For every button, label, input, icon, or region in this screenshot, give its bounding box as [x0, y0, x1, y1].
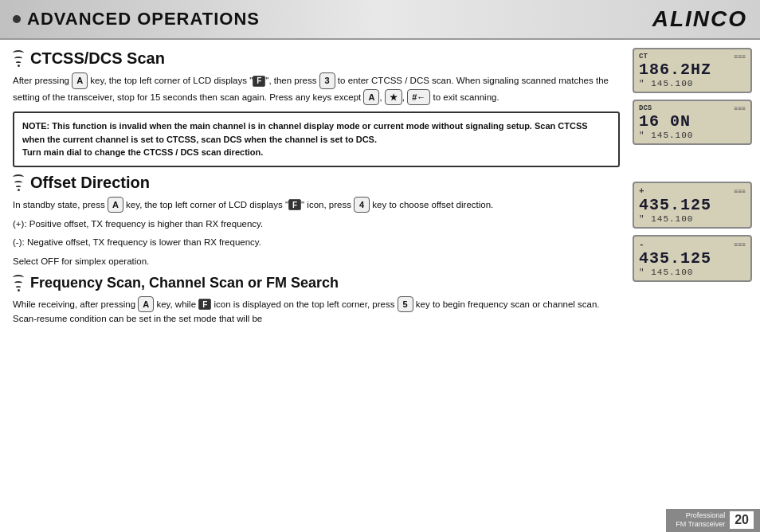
lcd-plus-main-freq: 435.125 — [639, 197, 746, 214]
key-a-btn-2: A — [363, 89, 379, 106]
main-content: CTCSS/DCS Scan After pressing A key, the… — [0, 40, 760, 338]
page-footer: ProfessionalFM Transceiver 20 — [666, 509, 760, 532]
f-icon-1: F — [253, 76, 265, 87]
signal-icon — [13, 50, 24, 67]
lcd-display-minus: - ≡≡≡ 435.125 " 145.100 — [633, 235, 752, 282]
lcd-plus-bars: ≡≡≡ — [735, 188, 746, 195]
note-box: NOTE: This function is invalid when the … — [13, 111, 620, 167]
lcd-dcs-top-row: DCS ≡≡≡ — [639, 104, 746, 112]
left-column: CTCSS/DCS Scan After pressing A key, the… — [0, 40, 633, 338]
offset-body-text: In standby state, press A key, the top l… — [13, 197, 620, 213]
lcd-plus-sub-freq: " 145.100 — [639, 214, 746, 224]
lcd-minus-top-row: - ≡≡≡ — [639, 240, 746, 249]
lcd-display-plus: + ≡≡≡ 435.125 " 145.100 — [633, 182, 752, 229]
lcd-plus-sign: + — [639, 186, 644, 196]
key-5-btn: 5 — [398, 296, 413, 313]
lcd-ct-mode: CT — [639, 53, 648, 61]
spacer-1 — [633, 151, 752, 175]
lcd-minus-sub-freq: " 145.100 — [639, 268, 746, 277]
ctcss-body-text: After pressing A key, the top left corne… — [13, 72, 620, 105]
freq-title: Frequency Scan, Channel Scan or FM Searc… — [30, 275, 339, 291]
freq-section: Frequency Scan, Channel Scan or FM Searc… — [13, 275, 620, 327]
right-column: CT ≡≡≡ 186.2HZ " 145.100 DCS ≡≡≡ 16 0N "… — [633, 40, 760, 338]
lcd-minus-main-freq: 435.125 — [639, 250, 746, 268]
offset-off-text: Select OFF for simplex operation. — [13, 255, 620, 268]
lcd-minus-sign: - — [639, 240, 644, 249]
lcd-dcs-main-freq: 16 0N — [639, 113, 746, 131]
key-star-btn: ★ — [385, 89, 402, 106]
note-text: NOTE: This function is invalid when the … — [22, 119, 610, 159]
f-icon-3: F — [198, 299, 211, 310]
lcd-ct-top-row: CT ≡≡≡ — [639, 53, 746, 61]
offset-title: Offset Direction — [30, 174, 150, 192]
lcd-display-dcs: DCS ≡≡≡ 16 0N " 145.100 — [633, 100, 752, 145]
offset-plus-text: (+): Positive offset, TX frequency is hi… — [13, 217, 620, 231]
key-hash-btn: #← — [407, 89, 430, 106]
offset-section: Offset Direction In standby state, press… — [13, 174, 620, 268]
signal-icon-3 — [13, 275, 24, 291]
page-header: ADVANCED OPERATIONS ALINCO — [0, 0, 760, 40]
key-a-btn-1: A — [72, 72, 88, 89]
bullet-icon — [13, 15, 21, 23]
offset-minus-text: (-): Negative offset, TX frequency is lo… — [13, 236, 620, 249]
footer-page-number: 20 — [730, 511, 754, 529]
lcd-ct-main-freq: 186.2HZ — [639, 61, 746, 79]
page-title: ADVANCED OPERATIONS — [27, 9, 260, 29]
freq-body-text: While receiving, after pressing A key, w… — [13, 296, 620, 327]
signal-icon-2 — [13, 174, 24, 191]
lcd-dcs-bars: ≡≡≡ — [735, 105, 746, 112]
brand-logo: ALINCO — [652, 6, 747, 32]
key-3-btn: 3 — [319, 72, 335, 89]
ctcss-title: CTCSS/DCS Scan — [30, 49, 165, 68]
lcd-dcs-sub-freq: " 145.100 — [639, 131, 746, 140]
ctcss-section-title: CTCSS/DCS Scan — [13, 49, 620, 68]
key-4-btn: 4 — [354, 197, 370, 213]
f-icon-2: F — [288, 199, 301, 210]
lcd-plus-top-row: + ≡≡≡ — [639, 186, 746, 196]
lcd-ct-bars: ≡≡≡ — [735, 53, 746, 61]
offset-section-title: Offset Direction — [13, 174, 620, 192]
freq-section-title: Frequency Scan, Channel Scan or FM Searc… — [13, 275, 620, 291]
key-a-btn-4: A — [138, 296, 154, 313]
lcd-display-ct: CT ≡≡≡ 186.2HZ " 145.100 — [633, 48, 752, 93]
lcd-dcs-mode: DCS — [639, 104, 652, 112]
lcd-ct-sub-freq: " 145.100 — [639, 79, 746, 88]
key-a-btn-3: A — [108, 197, 123, 213]
footer-subtitle: ProfessionalFM Transceiver — [676, 511, 725, 530]
header-title-group: ADVANCED OPERATIONS — [13, 9, 260, 29]
lcd-minus-bars: ≡≡≡ — [735, 241, 746, 248]
